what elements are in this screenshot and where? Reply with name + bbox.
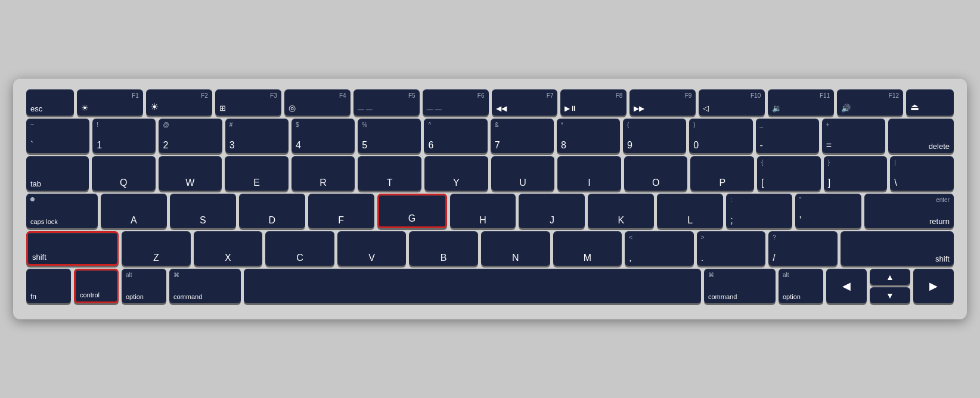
zxcv-row: shift Z X C V B N M < , > . bbox=[26, 231, 954, 266]
key-command-right[interactable]: ⌘ command bbox=[704, 269, 776, 303]
key-shift-right[interactable]: shift bbox=[841, 231, 954, 266]
key-7[interactable]: & 7 bbox=[491, 119, 554, 153]
key-n[interactable]: N bbox=[481, 231, 550, 266]
key-t[interactable]: T bbox=[358, 156, 421, 191]
key-w[interactable]: W bbox=[159, 156, 222, 191]
key-5[interactable]: % 5 bbox=[358, 119, 421, 153]
arrow-keys: ◀ ▲ ▼ ▶ bbox=[826, 269, 954, 303]
key-6[interactable]: ^ 6 bbox=[424, 119, 487, 153]
key-y[interactable]: Y bbox=[424, 156, 488, 191]
key-9[interactable]: ( 9 bbox=[623, 119, 686, 153]
key-1[interactable]: ! 1 bbox=[92, 119, 156, 153]
key-f8[interactable]: F8 ▶⏸ bbox=[560, 89, 627, 116]
key-f2[interactable]: F2 ☀ bbox=[146, 89, 212, 116]
key-arrow-down[interactable]: ▼ bbox=[870, 287, 910, 303]
key-j[interactable]: J bbox=[519, 194, 585, 228]
key-f1[interactable]: F1 ☀ bbox=[77, 89, 143, 116]
key-tilde[interactable]: ~ ` bbox=[26, 119, 89, 153]
key-slash[interactable]: ? / bbox=[768, 231, 838, 266]
key-f12[interactable]: F12 🔊 bbox=[837, 89, 903, 116]
key-2[interactable]: @ 2 bbox=[159, 119, 222, 153]
key-rbracket[interactable]: } ] bbox=[824, 156, 888, 191]
key-semicolon[interactable]: : ; bbox=[726, 194, 792, 228]
key-g[interactable]: G bbox=[377, 194, 447, 228]
key-eject[interactable]: ⏏ bbox=[906, 89, 954, 116]
key-f10[interactable]: F10 ◁ bbox=[699, 89, 765, 116]
key-control[interactable]: control bbox=[74, 269, 119, 303]
key-arrow-up[interactable]: ▲ bbox=[870, 269, 910, 285]
key-period[interactable]: > . bbox=[697, 231, 766, 266]
key-arrow-left[interactable]: ◀ bbox=[826, 269, 867, 303]
key-e[interactable]: E bbox=[225, 156, 289, 191]
qwerty-row: tab Q W E R T Y U I O P bbox=[26, 156, 954, 191]
key-s[interactable]: S bbox=[170, 194, 236, 228]
key-r[interactable]: R bbox=[291, 156, 355, 191]
number-row: ~ ` ! 1 @ 2 # 3 $ 4 % 5 ^ 6 & 7 bbox=[26, 119, 954, 153]
key-arrow-right[interactable]: ▶ bbox=[913, 269, 954, 303]
key-8[interactable]: * 8 bbox=[557, 119, 620, 153]
keyboard: esc F1 ☀ F2 ☀ F3 ⊞ F4 ◎ F5 — — F6 — — F7… bbox=[13, 79, 967, 319]
key-f5[interactable]: F5 — — bbox=[353, 89, 420, 116]
key-space[interactable] bbox=[244, 269, 701, 303]
key-z[interactable]: Z bbox=[122, 231, 191, 266]
key-p[interactable]: P bbox=[690, 156, 754, 191]
key-i[interactable]: I bbox=[557, 156, 621, 191]
bottom-row: fn control alt option ⌘ command ⌘ comman… bbox=[26, 269, 954, 303]
key-h[interactable]: H bbox=[450, 194, 516, 228]
key-command-left[interactable]: ⌘ command bbox=[169, 269, 241, 303]
key-f6[interactable]: F6 — — bbox=[423, 89, 489, 116]
key-f[interactable]: F bbox=[308, 194, 374, 228]
key-lbracket[interactable]: { [ bbox=[757, 156, 821, 191]
key-tab[interactable]: tab bbox=[26, 156, 89, 191]
key-0[interactable]: ) 0 bbox=[689, 119, 752, 153]
fn-row: esc F1 ☀ F2 ☀ F3 ⊞ F4 ◎ F5 — — F6 — — F7… bbox=[26, 89, 954, 116]
key-fn[interactable]: fn bbox=[26, 269, 71, 303]
key-q[interactable]: Q bbox=[92, 156, 156, 191]
key-backslash[interactable]: | \ bbox=[890, 156, 954, 191]
key-enter[interactable]: enter return bbox=[864, 194, 954, 228]
key-m[interactable]: M bbox=[553, 231, 622, 266]
key-o[interactable]: O bbox=[624, 156, 688, 191]
key-l[interactable]: L bbox=[657, 194, 723, 228]
key-minus[interactable]: _ - bbox=[756, 119, 819, 153]
key-option-right[interactable]: alt option bbox=[779, 269, 823, 303]
key-c[interactable]: C bbox=[265, 231, 334, 266]
arrow-up-down: ▲ ▼ bbox=[870, 269, 910, 303]
key-delete[interactable]: delete bbox=[888, 119, 954, 153]
key-esc[interactable]: esc bbox=[26, 89, 74, 116]
key-f11[interactable]: F11 🔉 bbox=[768, 89, 834, 116]
key-v[interactable]: V bbox=[337, 231, 407, 266]
key-k[interactable]: K bbox=[588, 194, 654, 228]
key-f3[interactable]: F3 ⊞ bbox=[215, 89, 281, 116]
key-caps-lock[interactable]: caps lock bbox=[26, 194, 98, 228]
key-x[interactable]: X bbox=[194, 231, 263, 266]
key-4[interactable]: $ 4 bbox=[291, 119, 355, 153]
key-u[interactable]: U bbox=[491, 156, 555, 191]
asdf-row: caps lock A S D F G H J K L : ; bbox=[26, 194, 954, 228]
key-f4[interactable]: F4 ◎ bbox=[284, 89, 351, 116]
key-f7[interactable]: F7 ◀◀ bbox=[492, 89, 558, 116]
key-3[interactable]: # 3 bbox=[225, 119, 289, 153]
key-option-left[interactable]: alt option bbox=[122, 269, 166, 303]
key-d[interactable]: D bbox=[239, 194, 305, 228]
key-comma[interactable]: < , bbox=[625, 231, 694, 266]
key-equals[interactable]: + = bbox=[822, 119, 885, 153]
key-b[interactable]: B bbox=[409, 231, 478, 266]
key-quote[interactable]: " ' bbox=[795, 194, 861, 228]
key-shift-left[interactable]: shift bbox=[26, 231, 119, 266]
key-f9[interactable]: F9 ▶▶ bbox=[629, 89, 696, 116]
key-a[interactable]: A bbox=[101, 194, 167, 228]
